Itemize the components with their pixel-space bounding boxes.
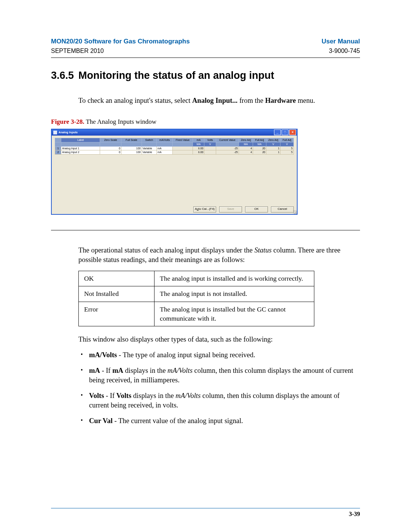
table-row[interactable]: 2 Analog Input 2 0 100 Variable mA 6.00 … xyxy=(55,150,294,154)
col-zero-scale[interactable]: Zero Scale xyxy=(100,138,121,142)
col2-4 xyxy=(142,142,156,146)
intro-menu: Hardware xyxy=(265,97,296,104)
status-key: Not Installed xyxy=(79,286,155,302)
col-ma[interactable]: mA xyxy=(193,138,204,142)
col-full-scale[interactable]: Full Scale xyxy=(121,138,142,142)
col2-6 xyxy=(172,142,193,146)
header-title-left: MON20/20 Software for Gas Chromatographs xyxy=(51,37,190,46)
cell-volts xyxy=(204,150,216,154)
maximize-button[interactable]: □ xyxy=(282,129,288,135)
ok-button[interactable]: OK xyxy=(245,206,268,212)
cell-ma-volts[interactable]: mA xyxy=(157,146,173,150)
bullet-text: - The type of analog input signal being … xyxy=(117,351,255,359)
window-title: Analog Inputs xyxy=(59,131,78,134)
bullet-text: - The current value of the analog input … xyxy=(113,417,243,425)
col-current-value[interactable]: Current Value xyxy=(216,138,239,142)
cell-ma: 6.00 xyxy=(193,150,204,154)
status-section: The operational status of each analog in… xyxy=(78,246,360,426)
bullet-term: Volts xyxy=(89,392,104,399)
bullet-text: - If xyxy=(100,367,112,374)
cell-label[interactable]: Analog Input 2 xyxy=(61,150,100,154)
cell-switch[interactable]: Variable xyxy=(142,150,156,154)
col-zero-adj-v[interactable]: Zero Adj xyxy=(266,138,280,142)
intro-text-2: from the xyxy=(237,97,265,104)
cell-full-adj-v: 5 xyxy=(280,150,294,154)
cell-full-scale[interactable]: 100 xyxy=(121,150,142,154)
col-full-adj-v[interactable]: Full Adj xyxy=(280,138,294,142)
list-item: mA/Volts - The type of analog input sign… xyxy=(78,350,360,360)
col-fixed-value[interactable]: Fixed Value xyxy=(172,138,193,142)
cell-ma: 6.00 xyxy=(193,146,204,150)
col-label[interactable]: Label xyxy=(61,138,100,142)
intro-text: To check an analog input's status, selec… xyxy=(78,97,192,104)
cell-current-value: -25 xyxy=(216,150,239,154)
status-table: OK The analog input is installed and is … xyxy=(78,271,314,327)
status-row: OK The analog input is installed and is … xyxy=(79,271,314,286)
minimize-button[interactable]: _ xyxy=(274,129,281,135)
status-desc: The analog input is installed but the GC… xyxy=(155,302,314,326)
table-row[interactable]: 1 Analog Input 1 0 100 Variable mA 6.00 … xyxy=(55,146,294,150)
row-number[interactable]: 2 xyxy=(55,150,61,154)
bullet-term-2: Volts xyxy=(116,392,131,399)
col-volts[interactable]: Volts xyxy=(204,138,216,142)
bullet-text-2: displays in the xyxy=(131,392,175,399)
status-para-pre: The operational status of each analog in… xyxy=(78,246,254,254)
cell-full-adj-ma: 20 xyxy=(253,146,266,150)
bullet-italic: mA/Volts xyxy=(167,367,193,374)
cell-label[interactable]: Analog Input 1 xyxy=(61,146,100,150)
intro-text-3: menu. xyxy=(296,97,315,104)
figure-separator-rule xyxy=(51,230,360,230)
cell-zero-adj-ma: 4 xyxy=(239,150,253,154)
cell-full-scale[interactable]: 100 xyxy=(121,146,142,150)
section-number: 3.6.5 xyxy=(51,69,78,82)
col-ma-volts[interactable]: mA/Volts xyxy=(157,138,173,142)
col-switch[interactable]: Switch xyxy=(142,138,156,142)
col-zero-adj-ma[interactable]: Zero Adj xyxy=(239,138,253,142)
cell-switch[interactable]: Variable xyxy=(142,146,156,150)
figure-caption: Figure 3-28. The Analog Inputs window xyxy=(51,118,360,126)
cell-zero-scale[interactable]: 0 xyxy=(100,146,121,150)
footer-rule xyxy=(51,508,360,508)
list-item: mA - If mA displays in the mA/Volts colu… xyxy=(78,366,360,385)
col2-1 xyxy=(61,142,100,146)
bullet-italic: mA/Volts xyxy=(175,392,201,399)
col2-2 xyxy=(100,142,121,146)
col2-9 xyxy=(216,142,239,146)
col2-5 xyxy=(157,142,173,146)
resize-grip-icon[interactable] xyxy=(293,210,297,214)
cell-full-adj-ma: 20 xyxy=(253,150,266,154)
cell-current-value: -25 xyxy=(216,146,239,150)
status-key: OK xyxy=(79,271,155,286)
autocal-button[interactable]: Auto Cal...(F4) xyxy=(193,206,216,212)
analog-inputs-table[interactable]: Label Zero Scale Full Scale Switch mA/Vo… xyxy=(55,138,294,155)
col2-7: MA xyxy=(193,142,204,146)
page-number: 3-39 xyxy=(349,510,360,518)
col2-12: V xyxy=(266,142,280,146)
data-types-list: mA/Volts - The type of analog input sign… xyxy=(78,350,360,426)
close-button[interactable]: × xyxy=(289,129,296,135)
cell-ma-volts[interactable]: mA xyxy=(157,150,173,154)
cell-fixed xyxy=(172,146,193,150)
status-row: Error The analog input is installed but … xyxy=(79,302,314,326)
running-subheader: SEPTEMBER 2010 3-9000-745 xyxy=(51,47,360,55)
cell-zero-adj-ma: 4 xyxy=(239,146,253,150)
running-header: MON20/20 Software for Gas Chromatographs… xyxy=(51,37,360,46)
table-header-row-2: MA V MA MA V V xyxy=(55,142,294,146)
cell-zero-scale[interactable]: 0 xyxy=(100,150,121,154)
col-full-adj-ma[interactable]: Full Adj xyxy=(253,138,266,142)
cell-zero-adj-v: 1 xyxy=(266,150,280,154)
bullet-term: mA xyxy=(89,367,100,374)
cell-full-adj-v: 5 xyxy=(280,146,294,150)
row-number[interactable]: 1 xyxy=(55,146,61,150)
section-title-text: Monitoring the status of an analog input xyxy=(78,70,274,81)
cell-fixed xyxy=(172,150,193,154)
cancel-button[interactable]: Cancel xyxy=(271,206,294,212)
col2-11: MA xyxy=(253,142,266,146)
header-title-right: User Manual xyxy=(322,37,360,46)
window-titlebar[interactable]: Analog Inputs _ □ × xyxy=(52,129,297,136)
figure-caption-text: The Analog Inputs window xyxy=(86,118,156,125)
col-rownum[interactable] xyxy=(55,138,61,142)
status-para-col: Status xyxy=(254,246,271,254)
col2-3 xyxy=(121,142,142,146)
intro-command: Analog Input... xyxy=(192,97,237,104)
